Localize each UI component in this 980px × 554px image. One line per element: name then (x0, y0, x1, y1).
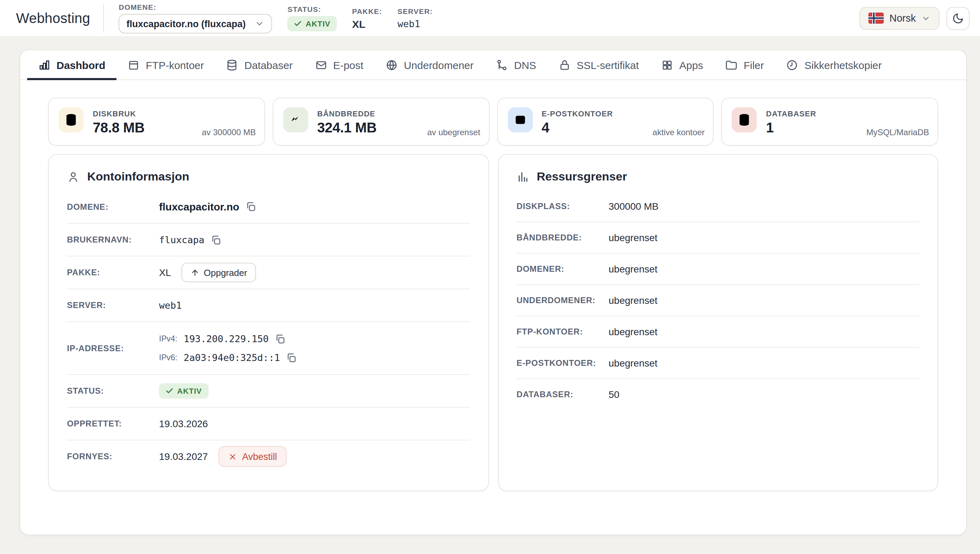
domain-value: fluxcapacitor.no (159, 201, 239, 213)
webhosting-dashboard: Webhosting DOMENE: fluxcapacitor.no (flu… (0, 0, 980, 554)
stat-cards: DISKBRUK 78.8 MB av 300000 MB BÅNDBREDDE… (48, 97, 938, 146)
stat-card-databaser: DATABASER 1 MySQL/MariaDB (721, 97, 939, 146)
created-value: 19.03.2026 (159, 418, 208, 429)
arrow-up-icon (190, 268, 200, 277)
server-label: SERVER: (397, 7, 433, 15)
top-header: Webhosting DOMENE: fluxcapacitor.no (flu… (0, 0, 980, 36)
stat-value: 1 (766, 120, 816, 136)
tab-e-post[interactable]: E-post (304, 50, 375, 80)
tab-apps[interactable]: Apps (650, 50, 714, 80)
norway-flag-icon (868, 13, 884, 24)
tab-filer[interactable]: Filer (714, 50, 775, 80)
limit-row-ftp-kontoer: FTP-KONTOER: ubegrenset (517, 316, 919, 347)
account-row-domain: DOMENE: fluxcapacitor.no (67, 190, 470, 223)
area-chart-icon (283, 107, 308, 132)
account-row-package: PAKKE: XL Oppgrader (67, 256, 470, 288)
domain-select-group: DOMENE: fluxcapacitor.no (fluxcapa) (119, 3, 272, 33)
dark-mode-toggle[interactable] (946, 6, 970, 30)
package-group: PAKKE: XL (352, 6, 382, 30)
chevron-down-icon (921, 14, 931, 23)
check-icon (294, 19, 302, 28)
tab-databaser[interactable]: Databaser (215, 50, 304, 80)
server-value: web1 (397, 18, 433, 29)
network-fork-icon (496, 59, 508, 71)
package-value: XL (159, 267, 171, 278)
stat-note: av 300000 MB (202, 127, 256, 137)
app-title: Webhosting (16, 10, 90, 26)
main-card: Dashbord FTP-kontoer Databaser E-post (19, 49, 967, 535)
status-label: STATUS: (288, 5, 337, 13)
limit-row-epostkontoer: E-POSTKONTOER: ubegrenset (517, 347, 919, 378)
stat-note: MySQL/MariaDB (866, 127, 929, 137)
limit-row-databaser: DATABASER: 50 (517, 378, 919, 410)
mail-icon (508, 107, 533, 132)
stat-card-bandbredde: BÅNDBREDDE 324.1 MB av ubegrenset (273, 97, 490, 146)
header-divider (104, 4, 104, 32)
ipv4-line: IPv4: 193.200.229.150 (159, 333, 470, 344)
stat-note: av ubegrenset (427, 127, 480, 137)
chevron-down-icon (255, 19, 265, 29)
folder-icon (725, 59, 737, 71)
stat-value: 4 (542, 120, 613, 136)
stat-card-diskbruk: DISKBRUK 78.8 MB av 300000 MB (48, 97, 265, 146)
account-row-created: OPPRETTET: 19.03.2026 (67, 407, 470, 440)
upgrade-button[interactable]: Oppgrader (181, 263, 256, 282)
account-info-panel: Kontoinformasjon DOMENE: fluxcapacitor.n… (48, 154, 488, 491)
tab-bar: Dashbord FTP-kontoer Databaser E-post (20, 50, 966, 80)
moon-icon (952, 12, 964, 24)
account-row-renews: FORNYES: 19.03.2027 Avbestill (67, 440, 470, 473)
username-value: fluxcapa (159, 234, 204, 245)
resource-limits-title: Ressursgrenser (517, 170, 919, 184)
package-value: XL (352, 18, 382, 30)
renews-value: 19.03.2027 (159, 451, 208, 462)
clock-icon (787, 59, 798, 71)
tab-dashbord[interactable]: Dashbord (27, 50, 117, 80)
status-badge: AKTIV (288, 16, 337, 31)
status-group: STATUS: AKTIV (288, 5, 337, 31)
check-icon (165, 387, 174, 395)
language-selector[interactable]: Norsk (859, 6, 940, 30)
stat-label: E-POSTKONTOER (542, 110, 613, 118)
account-row-status: STATUS: AKTIV (67, 374, 470, 407)
tab-ssl-sertifikat[interactable]: SSL-sertifikat (547, 50, 650, 80)
bar-chart-icon (38, 59, 50, 71)
language-label: Norsk (889, 13, 916, 24)
account-row-username: BRUKERNAVN: fluxcapa (67, 223, 470, 256)
database-icon (59, 107, 84, 132)
stat-value: 324.1 MB (318, 120, 377, 136)
server-group: SERVER: web1 (397, 7, 433, 29)
stat-label: BÅNDBREDDE (318, 110, 377, 118)
copy-icon[interactable] (275, 333, 285, 344)
account-row-server: SERVER: web1 (67, 288, 470, 321)
lock-icon (559, 59, 570, 71)
ipv6-line: IPv6: 2a03:94e0:325d::1 (159, 352, 470, 363)
stat-label: DISKBRUK (93, 110, 144, 118)
tab-dns[interactable]: DNS (485, 50, 547, 80)
tab-sikkerhetskopier[interactable]: Sikkerhetskopier (775, 50, 893, 80)
domain-label: DOMENE: (119, 3, 272, 11)
x-icon (228, 452, 237, 461)
copy-icon[interactable] (211, 234, 221, 245)
copy-icon[interactable] (286, 352, 297, 363)
domain-select[interactable]: fluxcapacitor.no (fluxcapa) (119, 14, 272, 33)
limit-row-bandbredde: BÅNDBREDDE: ubegrenset (517, 221, 919, 253)
database-icon (732, 107, 757, 132)
stat-note: aktive kontoer (653, 127, 704, 137)
server-value: web1 (159, 300, 182, 311)
stat-card-epostkontoer: E-POSTKONTOER 4 aktive kontoer (497, 97, 714, 146)
tab-ftp-kontoer[interactable]: FTP-kontoer (117, 50, 215, 80)
globe-icon (386, 59, 397, 71)
copy-icon[interactable] (246, 201, 256, 212)
account-info-title: Kontoinformasjon (67, 170, 470, 184)
limit-row-domener: DOMENER: ubegrenset (517, 253, 919, 284)
cancel-button[interactable]: Avbestill (218, 446, 287, 467)
tab-underdomener[interactable]: Underdomener (375, 50, 485, 80)
limit-row-diskplass: DISKPLASS: 300000 MB (517, 190, 919, 221)
resource-limits-panel: Ressursgrenser DISKPLASS: 300000 MB BÅND… (498, 154, 938, 491)
status-badge: AKTIV (159, 383, 208, 399)
grid-icon (661, 59, 673, 71)
domain-select-value: fluxcapacitor.no (fluxcapa) (127, 19, 246, 29)
account-row-ip: IP-ADRESSE: IPv4: 193.200.229.150 (67, 321, 470, 374)
stat-label: DATABASER (766, 110, 816, 118)
stat-value: 78.8 MB (93, 120, 144, 136)
